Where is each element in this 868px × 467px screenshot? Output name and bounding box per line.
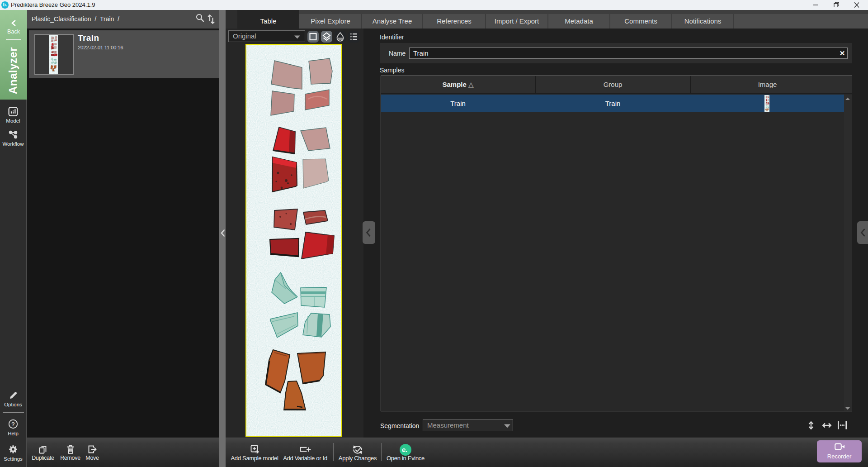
svg-text:e.: e.	[402, 446, 407, 453]
svg-text:?: ?	[11, 421, 15, 428]
